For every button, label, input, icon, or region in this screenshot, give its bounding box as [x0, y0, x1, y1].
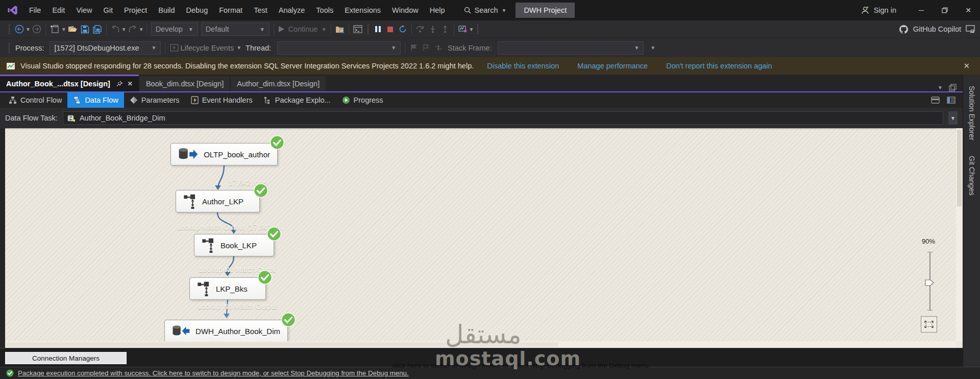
- save-button[interactable]: [79, 22, 91, 36]
- tab-author-dim[interactable]: Author_dim.dtsx [Design]: [231, 76, 326, 91]
- lifecycle-events-button[interactable]: [168, 41, 180, 55]
- manage-performance-link[interactable]: Manage performance: [577, 62, 648, 70]
- tab-data-flow[interactable]: Data Flow: [67, 92, 124, 108]
- grid-columns-icon[interactable]: [947, 97, 955, 104]
- menu-format[interactable]: Format: [213, 6, 248, 14]
- minimize-button[interactable]: ─: [910, 0, 933, 20]
- menu-analyze[interactable]: Analyze: [273, 6, 311, 14]
- tab-git-changes[interactable]: Git Changes: [968, 156, 976, 196]
- tab-solution-explorer[interactable]: Solution Explorer: [968, 86, 976, 140]
- disable-extension-link[interactable]: Disable this extension: [487, 62, 559, 70]
- feedback-icon[interactable]: [966, 25, 975, 33]
- flag-custom-button[interactable]: [420, 41, 432, 55]
- toolbar-grip[interactable]: [477, 25, 478, 34]
- restore-button[interactable]: [933, 0, 957, 20]
- redo-button[interactable]: [127, 22, 139, 36]
- menu-build[interactable]: Build: [153, 6, 180, 14]
- zoom-slider-thumb[interactable]: [925, 279, 934, 286]
- step-over-button[interactable]: [414, 22, 427, 36]
- pin-icon[interactable]: [116, 81, 122, 87]
- package-parts-button[interactable]: [334, 22, 346, 36]
- stack-frame-dropdown[interactable]: ▼: [498, 41, 644, 55]
- toolbar-overflow-icon[interactable]: ▼: [650, 45, 655, 51]
- flag-threads-button[interactable]: [408, 41, 420, 55]
- menu-help[interactable]: Help: [424, 6, 451, 14]
- execution-status-link[interactable]: Package execution completed with success…: [18, 369, 409, 377]
- menu-project[interactable]: Project: [118, 6, 153, 14]
- menu-view[interactable]: View: [70, 6, 97, 14]
- platform-dropdown[interactable]: Default▼: [201, 22, 270, 36]
- zoom-to-fit-button[interactable]: [921, 316, 937, 333]
- menu-extensions[interactable]: Extensions: [339, 6, 386, 14]
- success-check-icon: [253, 183, 268, 198]
- immediate-window-button[interactable]: [352, 22, 364, 36]
- toolbar-grip[interactable]: [9, 43, 10, 53]
- node-dwh-author-book-dim[interactable]: DWH_Author_Book_Dim: [164, 320, 288, 341]
- node-lkp-bks[interactable]: LKP_Bks: [189, 277, 266, 300]
- tab-parameters[interactable]: Parameters: [124, 92, 185, 108]
- pause-button[interactable]: [372, 22, 384, 36]
- data-flow-canvas[interactable]: 17,642 rows Lookup Match Output (17,642 …: [5, 128, 956, 341]
- copilot-label[interactable]: GitHub Copilot: [913, 25, 961, 33]
- sign-in-button[interactable]: Sign in: [861, 6, 896, 15]
- node-oltp-book-author[interactable]: OLTP_book_author: [170, 143, 278, 165]
- data-flow-task-dropdown[interactable]: Author_Book_Bridge_Dim: [63, 111, 943, 125]
- menu-test[interactable]: Test: [248, 6, 273, 14]
- node-book-lkp[interactable]: Book_LKP: [194, 234, 274, 256]
- undo-caret-icon[interactable]: ▼: [121, 27, 127, 32]
- tab-package-explorer[interactable]: Package Explo...: [258, 92, 336, 108]
- close-tab-icon[interactable]: ✕: [128, 80, 133, 87]
- save-all-button[interactable]: [91, 22, 104, 36]
- tab-author-book-bridge[interactable]: Author_Book_...dtsx [Design] ✕: [0, 75, 139, 91]
- navigate-forward-button[interactable]: [31, 22, 43, 36]
- new-project-button[interactable]: [48, 22, 61, 36]
- tab-book-dim[interactable]: Book_dim.dtsx [Design]: [140, 76, 230, 91]
- navigate-back-button[interactable]: [13, 22, 26, 36]
- connection-managers-tab[interactable]: Connection Managers: [5, 352, 127, 364]
- menu-git[interactable]: Git: [98, 6, 119, 14]
- lifecycle-caret-icon[interactable]: ▼: [236, 45, 241, 51]
- diagnostics-caret-icon[interactable]: ▼: [469, 27, 474, 32]
- back-history-caret-icon[interactable]: ▼: [26, 27, 31, 32]
- project-badge[interactable]: DWH Project: [516, 3, 575, 18]
- menu-debug[interactable]: Debug: [180, 6, 213, 14]
- lifecycle-events-label[interactable]: Lifecycle Events: [180, 44, 234, 52]
- scrollbar-thumb[interactable]: [957, 130, 962, 206]
- tab-list-dropdown-icon[interactable]: ▼: [938, 85, 943, 90]
- search-box[interactable]: Search ▼: [464, 6, 507, 14]
- node-author-lkp[interactable]: Author_LKP: [176, 190, 260, 212]
- horizontal-scrollbar[interactable]: [5, 341, 956, 348]
- menu-window[interactable]: Window: [386, 6, 424, 14]
- restart-button[interactable]: [397, 22, 409, 36]
- thread-dropdown[interactable]: ▼: [277, 41, 401, 55]
- dont-report-link[interactable]: Don't report this extension again: [666, 62, 772, 70]
- configuration-dropdown[interactable]: Develop▼: [151, 22, 198, 36]
- scrollbar-thumb[interactable]: [6, 342, 558, 347]
- tab-control-flow[interactable]: Control Flow: [3, 92, 67, 108]
- show-flagged-only-button[interactable]: [432, 41, 445, 55]
- menu-file[interactable]: File: [23, 6, 46, 14]
- menu-edit[interactable]: Edit: [46, 6, 70, 14]
- menu-tools[interactable]: Tools: [310, 6, 339, 14]
- tab-progress[interactable]: Progress: [336, 92, 389, 108]
- new-item-caret-icon[interactable]: ▼: [61, 27, 66, 32]
- process-dropdown[interactable]: [1572] DtsDebugHost.exe▼: [50, 41, 161, 55]
- person-plus-icon: [861, 6, 870, 15]
- continue-button[interactable]: Continue ▼: [277, 22, 328, 36]
- close-window-button[interactable]: ✕: [957, 0, 980, 20]
- tab-event-handlers[interactable]: Event Handlers: [185, 92, 258, 108]
- step-out-button[interactable]: [439, 22, 451, 36]
- stop-debugging-button[interactable]: [384, 22, 397, 36]
- close-notification-icon[interactable]: ✕: [960, 62, 974, 70]
- toolbar-grip[interactable]: [9, 25, 10, 34]
- step-into-button[interactable]: [427, 22, 439, 36]
- toolbar-grip[interactable]: [368, 25, 369, 34]
- float-window-icon[interactable]: [949, 84, 957, 91]
- open-file-button[interactable]: [66, 22, 79, 36]
- card-icon[interactable]: [931, 97, 940, 104]
- undo-button[interactable]: [109, 22, 121, 36]
- redo-caret-icon[interactable]: ▼: [139, 27, 144, 32]
- task-dropdown-caret[interactable]: ▼: [948, 111, 958, 125]
- vertical-scrollbar[interactable]: [956, 128, 963, 341]
- diagnostics-button[interactable]: [457, 22, 469, 36]
